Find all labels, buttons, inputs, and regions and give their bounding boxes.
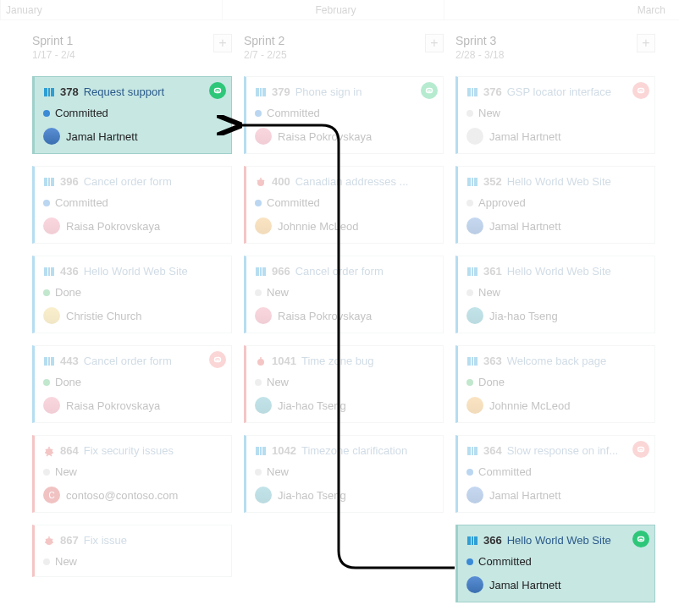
sprint-column: Sprint 1 1/17 - 2/4 + 378 Request suppor… [32,34,232,614]
svg-rect-32 [472,267,473,276]
assignee-name[interactable]: Johnnie McLeod [278,220,358,233]
work-item-title[interactable]: Cancel order form [84,175,172,188]
sprint-name[interactable]: Sprint 1 [32,34,75,47]
sprint-name[interactable]: Sprint 2 [244,34,287,47]
work-item-id: 352 [483,175,502,188]
add-card-button[interactable]: + [213,34,232,52]
state-label: Committed [267,196,320,209]
work-item-title[interactable]: Canadian addresses ... [295,175,409,188]
work-item-title[interactable]: Welcome back page [507,355,607,367]
work-item-id: 400 [272,175,290,188]
svg-rect-10 [48,357,50,366]
pbi-icon [255,266,267,278]
svg-rect-0 [44,88,47,96]
work-item-id: 443 [60,355,79,367]
work-item-title[interactable]: GSP locator interface [507,85,611,98]
pbi-icon [43,86,55,98]
svg-rect-23 [260,447,262,455]
work-item-id: 361 [483,265,502,278]
link-icon [209,82,226,99]
assignee-name[interactable]: Raisa Pokrovskaya [278,130,372,143]
state-label: Approved [478,196,526,209]
work-item-card[interactable]: 443 Cancel order form Done Raisa Pokrovs… [32,345,232,423]
work-item-title[interactable]: Fix security issues [84,444,174,457]
bug-icon [255,355,267,367]
state-label: New [478,286,500,299]
work-item-card[interactable]: 1041 Time zone bug New Jia-hao Tseng [244,345,444,423]
assignee-name[interactable]: Jia-hao Tseng [489,310,558,322]
work-item-card[interactable]: 867 Fix issue New [32,525,232,577]
work-item-card[interactable]: 366 Hello World Web Site Committed Jamal… [455,525,655,602]
svg-rect-22 [256,447,259,455]
work-item-card[interactable]: 379 Phone sign in Committed Raisa Pokrov… [244,76,444,154]
work-item-card[interactable]: 436 Hello World Web Site Done Christie C… [32,256,232,333]
state-label: Committed [55,107,108,119]
work-item-title[interactable]: Hello World Web Site [507,534,611,547]
work-item-card[interactable]: 363 Welcome back page Done Johnnie McLeo… [455,345,655,423]
avatar [466,307,483,324]
assignee-name[interactable]: contoso@contoso.com [66,489,178,502]
link-icon [632,531,649,547]
work-item-title[interactable]: Slow response on inf... [507,444,619,457]
work-item-card[interactable]: 364 Slow response on inf... Committed Ja… [455,435,655,513]
state-label: Committed [478,555,532,568]
assignee-name[interactable]: Jamal Hartnett [489,130,561,143]
assignee-name[interactable]: Jia-hao Tseng [278,399,346,412]
avatar [466,217,483,234]
assignee-name[interactable]: Jia-hao Tseng [278,489,346,502]
add-card-button[interactable]: + [637,34,655,52]
pbi-icon [43,266,55,278]
work-item-title[interactable]: Cancel order form [84,355,172,367]
assignee-name[interactable]: Jamal Hartnett [66,130,138,143]
work-item-title[interactable]: Phone sign in [295,85,362,98]
bug-icon [255,176,267,188]
sprint-dates: 1/17 - 2/4 [32,49,75,61]
work-item-card[interactable]: 378 Request support Committed Jamal Hart… [32,76,232,154]
assignee-name[interactable]: Raisa Pokrovskaya [66,399,160,412]
assignee-name[interactable]: Jamal Hartnett [489,220,561,233]
work-item-card[interactable]: 400 Canadian addresses ... Committed Joh… [244,166,444,244]
avatar [466,128,483,145]
svg-rect-34 [467,357,471,366]
bug-icon [43,445,55,457]
work-item-title[interactable]: Timezone clarification [301,444,407,457]
assignee-name[interactable]: Raisa Pokrovskaya [278,310,372,322]
assignee-name[interactable]: Johnnie McLeod [489,399,570,412]
month-header: January February March [0,0,679,20]
avatar [255,217,272,234]
avatar [255,487,272,503]
svg-rect-38 [472,447,473,455]
assignee-name[interactable]: Jamal Hartnett [489,489,561,502]
state-label: New [267,376,289,388]
work-item-title[interactable]: Cancel order form [295,265,384,278]
state-dot [43,200,50,206]
work-item-title[interactable]: Request support [84,85,164,98]
assignee-name[interactable]: Raisa Pokrovskaya [66,220,160,233]
work-item-card[interactable]: 376 GSP locator interface New Jamal Hart… [455,76,655,154]
state-dot [466,469,473,476]
work-item-title[interactable]: Hello World Web Site [84,265,188,278]
work-item-card[interactable]: 864 Fix security issues New Ccontoso@con… [32,435,232,513]
state-label: New [267,465,289,478]
svg-rect-4 [48,178,50,186]
work-item-card[interactable]: 966 Cancel order form New Raisa Pokrovsk… [244,256,444,333]
work-item-card[interactable]: 1042 Timezone clarification New Jia-hao … [244,435,444,513]
work-item-id: 966 [272,265,290,278]
add-card-button[interactable]: + [425,34,444,52]
work-item-title[interactable]: Hello World Web Site [507,175,611,188]
sprint-column: Sprint 3 2/28 - 3/18 + 376 GSP locator i… [455,34,655,614]
sprint-name[interactable]: Sprint 3 [455,34,504,47]
svg-rect-37 [467,447,471,455]
work-item-card[interactable]: 361 Hello World Web Site New Jia-hao Tse… [455,256,655,333]
sprint-board: Sprint 1 1/17 - 2/4 + 378 Request suppor… [0,20,679,614]
work-item-title[interactable]: Hello World Web Site [507,265,611,278]
work-item-card[interactable]: 396 Cancel order form Committed Raisa Po… [32,166,232,244]
work-item-title[interactable]: Time zone bug [301,355,374,367]
bug-icon [43,535,55,547]
assignee-name[interactable]: Jamal Hartnett [489,579,561,591]
work-item-card[interactable]: 352 Hello World Web Site Approved Jamal … [455,166,655,244]
svg-rect-42 [474,536,478,545]
svg-rect-30 [474,178,478,186]
assignee-name[interactable]: Christie Church [66,310,142,322]
work-item-title[interactable]: Fix issue [84,534,127,547]
